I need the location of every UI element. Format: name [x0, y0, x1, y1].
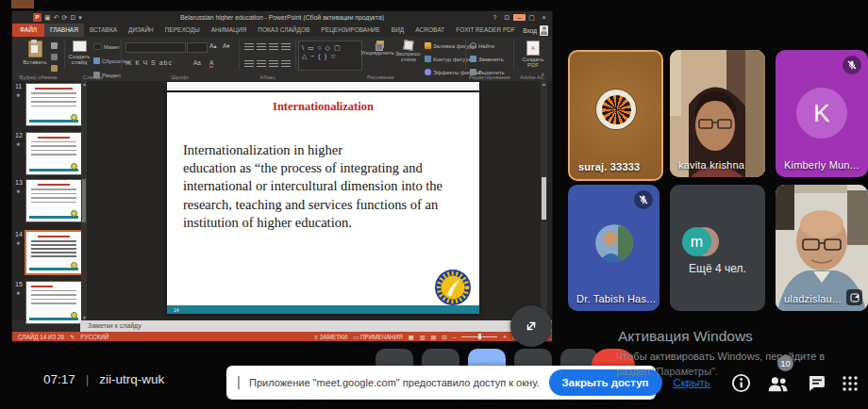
- tab-transitions[interactable]: ПЕРЕХОДЫ: [159, 24, 206, 37]
- close-button[interactable]: ×: [538, 14, 550, 21]
- ribbon-tab-row: ФАЙЛ ГЛАВНАЯ ВСТАВКА ДИЗАЙН ПЕРЕХОДЫ АНИ…: [12, 24, 552, 37]
- new-slide-button[interactable]: Создать слайд: [67, 41, 92, 65]
- mic-muted-icon: [843, 56, 861, 74]
- editor-scroll-thumb[interactable]: [542, 177, 546, 220]
- view-normal-button[interactable]: ▦: [409, 334, 414, 340]
- slide-thumbnail-12[interactable]: [25, 132, 82, 175]
- layout-button[interactable]: Макет: [93, 43, 120, 50]
- create-pdf-button[interactable]: A Создать PDF: [519, 41, 547, 68]
- participant-tile-kimberly[interactable]: K Kimberly Mun...: [776, 50, 868, 177]
- font-effects-buttons[interactable]: Ж К Ч S abc: [125, 59, 173, 66]
- replace-button[interactable]: Заменить: [470, 56, 504, 62]
- slide-canvas[interactable]: Internationalization Internationalizatio…: [167, 92, 479, 314]
- alignment-icons[interactable]: [244, 60, 293, 69]
- tab-review[interactable]: РЕЦЕНЗИРОВАНИЕ: [315, 24, 386, 37]
- account-avatar-icon: [540, 25, 548, 36]
- new-slide-icon: [73, 41, 87, 52]
- tab-design[interactable]: ДИЗАЙН: [123, 24, 159, 37]
- comments-toggle[interactable]: ▭ ПРИМЕЧАНИЯ: [353, 334, 402, 340]
- group-drawing: \ ▭ ○ ◇ ▢ △ ~ ( ) ☆ Упорядочить Экспресс…: [296, 37, 465, 81]
- change-case-button[interactable]: Aa: [193, 59, 201, 66]
- screen-icon[interactable]: ⊡: [70, 14, 75, 22]
- notes-pane[interactable]: Заметки к слайду: [80, 320, 552, 332]
- language-indicator[interactable]: РУССКИЙ: [80, 334, 108, 340]
- expand-presentation-button[interactable]: [510, 305, 552, 347]
- chat-button[interactable]: [807, 373, 827, 398]
- view-reading-button[interactable]: ▤: [431, 334, 437, 340]
- font-size-input[interactable]: [187, 42, 208, 53]
- drag-handle-icon[interactable]: [238, 376, 240, 389]
- thumbnail-scrollbar[interactable]: ▲ ▼: [81, 81, 87, 320]
- sign-in[interactable]: Вход: [523, 24, 552, 37]
- collapse-ribbon-icon[interactable]: ∧: [541, 71, 544, 77]
- notes-toggle[interactable]: ≡ ЗАМЕТКИ: [314, 334, 347, 340]
- grow-font-button[interactable]: А▴: [209, 42, 217, 50]
- animation-star-icon: ✱: [16, 240, 20, 246]
- participant-tile-uladzislau[interactable]: uladzislau...: [776, 185, 868, 311]
- qat-more-icon[interactable]: ▾: [78, 14, 82, 22]
- suraj-org-logo: [596, 90, 636, 129]
- view-sorter-button[interactable]: ▥: [420, 334, 426, 340]
- tab-slideshow[interactable]: ПОКАЗ СЛАЙДОВ: [252, 24, 315, 37]
- notification-text: Приложение "meet.google.com" предоставил…: [249, 377, 540, 388]
- activities-grid-button[interactable]: [842, 375, 859, 396]
- editor-scrollbar[interactable]: ▲ ▼: [541, 81, 547, 320]
- zoom-slider[interactable]: [461, 336, 497, 337]
- font-color-button[interactable]: А: [209, 59, 213, 68]
- meeting-details-button[interactable]: [731, 373, 751, 397]
- tab-acrobat[interactable]: ACROBAT: [409, 24, 450, 37]
- screenshare-notification: Приложение "meet.google.com" предоставил…: [226, 366, 656, 400]
- group-label-font: Шрифт: [122, 74, 239, 80]
- tab-foxit[interactable]: FOXIT READER PDF: [450, 24, 521, 37]
- refresh-icon[interactable]: ⟳: [62, 14, 68, 22]
- minimize-button[interactable]: –: [513, 14, 526, 21]
- cut-icon[interactable]: [51, 42, 59, 49]
- hide-notification-link[interactable]: Скрыть: [674, 377, 710, 388]
- scroll-up-icon[interactable]: ▲: [81, 81, 88, 87]
- zoom-out-button[interactable]: –: [453, 334, 457, 340]
- quick-styles-label: Экспресс-стили: [394, 51, 423, 62]
- slide-body-text: Internationalization in higher education…: [183, 141, 470, 232]
- quick-access-toolbar[interactable]: P ▣ ↶ ⟳ ⊡ ▾: [33, 13, 82, 22]
- shapes-gallery[interactable]: \ ▭ ○ ◇ ▢ △ ~ ( ) ☆: [298, 41, 362, 71]
- find-button[interactable]: Найти: [470, 42, 494, 49]
- ppt-status-bar: СЛАЙД 14 ИЗ 26 ✎ РУССКИЙ ≡ ЗАМЕТКИ ▭ ПРИ…: [12, 332, 552, 341]
- slide-thumbnail-14-selected[interactable]: [25, 230, 83, 275]
- undo-icon[interactable]: ↶: [54, 14, 59, 22]
- tab-file[interactable]: ФАЙЛ: [12, 24, 44, 37]
- slide-thumbnail-15[interactable]: [25, 281, 82, 324]
- pencil-icon[interactable]: ✎: [70, 334, 75, 340]
- tab-home[interactable]: ГЛАВНАЯ: [44, 24, 84, 37]
- tab-insert[interactable]: ВСТАВКА: [84, 24, 123, 37]
- ribbon-options-button[interactable]: ⊡: [501, 14, 513, 22]
- group-label-paragraph: Абзац: [240, 74, 295, 80]
- thumb-number-12: 12: [15, 132, 23, 139]
- tile-options-icon[interactable]: [846, 289, 862, 305]
- thumbnail-scroll-thumb[interactable]: [82, 179, 86, 222]
- quick-styles-button[interactable]: Экспресс-стили: [394, 41, 423, 62]
- bullets-icons[interactable]: [244, 43, 293, 52]
- participant-tile-tabish[interactable]: Dr. Tabish Has...: [568, 185, 659, 311]
- tab-view[interactable]: ВИД: [386, 24, 409, 37]
- zoom-in-button[interactable]: +: [503, 334, 507, 340]
- slide-thumbnail-11[interactable]: [25, 83, 82, 126]
- restore-button[interactable]: ▢: [526, 14, 538, 22]
- tab-animations[interactable]: АНИМАЦИЯ: [206, 24, 253, 37]
- paste-button[interactable]: Вставить: [22, 41, 48, 65]
- zoom-slider-knob[interactable]: [478, 334, 481, 339]
- save-icon[interactable]: ▣: [44, 14, 51, 22]
- shrink-font-button[interactable]: А▾: [223, 42, 230, 50]
- animation-star-icon: ✱: [16, 188, 20, 194]
- slide-thumbnail-13[interactable]: [25, 179, 82, 222]
- view-slideshow-button[interactable]: ⊡: [442, 334, 447, 340]
- help-button[interactable]: ?: [489, 14, 501, 21]
- arrange-button[interactable]: Упорядочить: [360, 41, 394, 56]
- participant-tile-more[interactable]: N m Ещё 4 чел.: [670, 185, 765, 311]
- copy-icon[interactable]: [51, 54, 59, 60]
- participant-tile-suraj[interactable]: suraj. 33333: [568, 50, 663, 181]
- participant-tile-kavita[interactable]: kavita krishna: [670, 50, 765, 177]
- font-name-input[interactable]: [125, 42, 186, 53]
- scroll-up-icon[interactable]: ▲: [541, 81, 547, 87]
- participants-button[interactable]: [766, 373, 790, 398]
- format-painter-icon[interactable]: [51, 65, 59, 72]
